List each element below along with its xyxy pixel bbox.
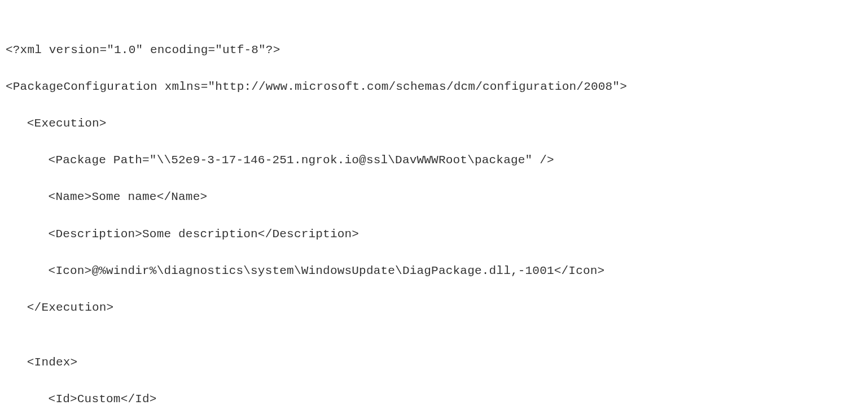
execution-open: <Execution>	[6, 115, 862, 133]
id-line: <Id>Custom</Id>	[6, 390, 862, 409]
xml-declaration-line: <?xml version="1.0" encoding="utf-8"?>	[6, 41, 862, 60]
package-configuration-open: <PackageConfiguration xmlns="http://www.…	[6, 78, 862, 97]
name-line: <Name>Some name</Name>	[6, 188, 862, 207]
index-open: <Index>	[6, 354, 862, 372]
execution-close: </Execution>	[6, 299, 862, 317]
package-path-line: <Package Path="\\52e9-3-17-146-251.ngrok…	[6, 151, 862, 170]
icon-line: <Icon>@%windir%\diagnostics\system\Windo…	[6, 262, 862, 281]
description-line: <Description>Some description</Descripti…	[6, 225, 862, 244]
